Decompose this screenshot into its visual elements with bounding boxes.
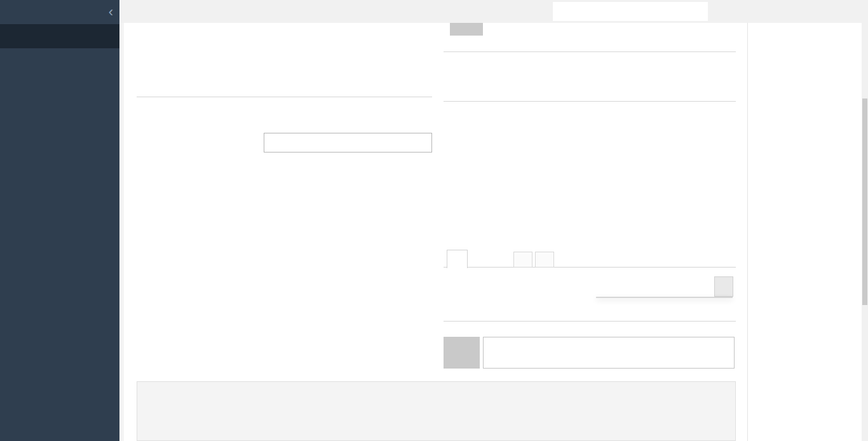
clipped-element-placeholder (450, 23, 483, 36)
clipped-form-name (759, 23, 858, 24)
top-header (119, 0, 868, 23)
content-scrollbar[interactable] (119, 23, 124, 441)
info-panel (747, 23, 862, 441)
tab-emails[interactable] (513, 252, 532, 268)
sidebar-logo-row: ‹ (0, 0, 119, 24)
predefined-paths-panel (137, 381, 736, 441)
section-cost-summary (444, 98, 736, 102)
sidebar-collapse-button[interactable]: ‹ (109, 5, 113, 19)
add-attachment-button[interactable] (732, 250, 736, 268)
tab-attachments[interactable] (447, 250, 468, 268)
page-scrollbar-track (862, 23, 868, 441)
description-input[interactable] (264, 133, 432, 153)
attachment-context-menu (596, 297, 733, 298)
section-change-request-details (137, 81, 432, 97)
comment-input[interactable] (483, 337, 735, 369)
sidebar: ‹ (0, 0, 119, 441)
attachment-row (444, 275, 736, 299)
tab-printouts[interactable] (535, 252, 554, 268)
attachments-tabbar (444, 250, 736, 268)
comment-bubble-icon (444, 337, 480, 369)
section-comments (444, 318, 736, 322)
page-scrollbar-thumb[interactable] (862, 98, 867, 305)
sidebar-search-input[interactable] (0, 24, 119, 48)
form-content (119, 23, 747, 441)
global-search-input[interactable] (553, 6, 703, 17)
section-registration-details (444, 48, 736, 52)
global-search (553, 2, 708, 21)
attachment-menu-button[interactable] (714, 276, 733, 297)
